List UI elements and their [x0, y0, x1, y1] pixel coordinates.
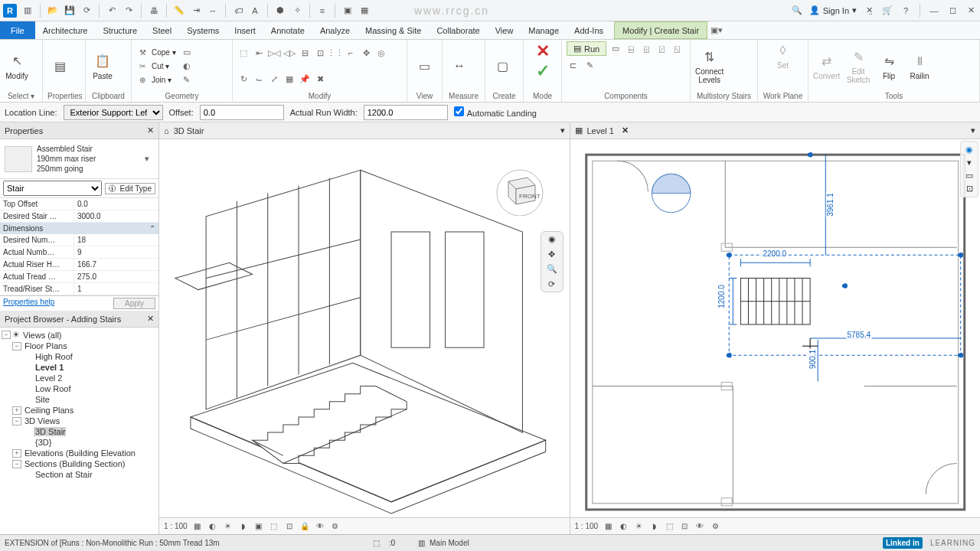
- 3d-icon[interactable]: ⬢: [274, 5, 286, 17]
- nav-zoom-icon[interactable]: ▭: [965, 171, 973, 181]
- properties-button[interactable]: ▤: [47, 57, 72, 75]
- array-icon[interactable]: ⋮⋮: [329, 47, 341, 59]
- apply-button[interactable]: Apply: [113, 298, 155, 309]
- landing-btn-icon[interactable]: ▭: [609, 43, 622, 55]
- plan-nav-bar[interactable]: ◉ ▾ ▭ ⊡: [960, 141, 978, 197]
- ribbon-expand-icon[interactable]: ▣▾: [710, 21, 723, 39]
- style-icon[interactable]: ◐: [618, 521, 629, 532]
- nav2d-icon[interactable]: ◉: [965, 145, 973, 155]
- comp3-icon[interactable]: ⍁: [655, 43, 668, 55]
- cancel-mode-button[interactable]: ✕: [536, 41, 550, 61]
- open-icon[interactable]: 📂: [47, 5, 59, 17]
- exchange-icon[interactable]: ✕̤: [863, 5, 875, 17]
- tree-floorplans[interactable]: Floor Plans: [23, 341, 67, 350]
- group-icon[interactable]: ▦: [283, 73, 296, 85]
- comp1-icon[interactable]: ⌸: [625, 43, 637, 55]
- switch-icon[interactable]: ▦: [358, 5, 371, 17]
- measure-tool-icon[interactable]: ↔: [450, 57, 469, 75]
- view-max-icon[interactable]: ▾: [560, 126, 565, 135]
- tag-icon[interactable]: 🏷: [232, 5, 244, 17]
- close-inactive-icon[interactable]: ▣: [341, 5, 354, 17]
- tree-collapse-icon[interactable]: −: [2, 331, 11, 339]
- crop-icon[interactable]: ⬚: [269, 521, 279, 532]
- sun-icon[interactable]: ☀: [633, 521, 644, 532]
- geom-icon-3[interactable]: ✎: [181, 73, 193, 86]
- comp2-icon[interactable]: ⌹: [640, 43, 652, 55]
- prop-row[interactable]: Top Offset0.0: [0, 198, 158, 210]
- properties-close-icon[interactable]: ✕: [147, 126, 154, 135]
- canvas-3d[interactable]: FRONT ◉ ✥ 🔍 ⟳: [159, 139, 570, 517]
- dim-ext[interactable]: 5785.4: [846, 331, 873, 339]
- group-select[interactable]: Select ▾: [5, 90, 38, 102]
- scale-label[interactable]: 1 : 100: [575, 522, 599, 530]
- sketch-icon[interactable]: ✎: [583, 59, 596, 71]
- tab-analyze[interactable]: Analyze: [312, 21, 358, 39]
- tree-collapse-icon[interactable]: −: [12, 417, 21, 425]
- tree-sections[interactable]: Sections (Building Section): [23, 459, 125, 468]
- tab-collaborate[interactable]: Collaborate: [429, 21, 487, 39]
- print-icon[interactable]: 🖶: [148, 5, 160, 17]
- shadow-icon[interactable]: ◗: [648, 521, 659, 532]
- category-filter[interactable]: Stair: [3, 181, 102, 196]
- status-icon-1[interactable]: ⬚: [373, 539, 380, 547]
- tab-architecture[interactable]: Architecture: [35, 21, 96, 39]
- run-button[interactable]: ▤Run: [567, 41, 606, 56]
- view-icon[interactable]: ▭: [415, 57, 433, 75]
- cut-button[interactable]: ✂Cut ▾: [136, 60, 176, 72]
- search-icon[interactable]: 🔍: [791, 5, 803, 17]
- tree-fp-item[interactable]: Site: [34, 395, 50, 404]
- tree-collapse-icon[interactable]: −: [12, 342, 21, 350]
- create-icon[interactable]: ▢: [493, 57, 511, 75]
- redo-icon[interactable]: ↷: [122, 5, 135, 17]
- canvas-plan[interactable]: 2200.0 1200.0 5785.4 3961.1 900.1 ◉ ▾ ▭ …: [570, 139, 981, 517]
- edit-type-button[interactable]: 🛈Edit Type: [105, 183, 155, 194]
- pin-icon[interactable]: 📌: [299, 73, 311, 85]
- text-icon[interactable]: A: [249, 5, 261, 17]
- rotate-icon[interactable]: ↻: [237, 73, 250, 85]
- viewcube[interactable]: FRONT: [493, 162, 547, 216]
- view-plan-close-icon[interactable]: ✕: [622, 126, 629, 135]
- geom-icon-2[interactable]: ◐: [181, 60, 193, 72]
- offset-icon[interactable]: ◎: [375, 47, 387, 59]
- support-icon[interactable]: ⊏: [567, 59, 579, 71]
- undo-icon[interactable]: ↶: [106, 5, 118, 17]
- dim-side[interactable]: 3961.1: [825, 191, 834, 218]
- lock-icon[interactable]: 🔒: [299, 521, 310, 532]
- sync-icon[interactable]: ⟳: [80, 5, 93, 17]
- tree-section-item[interactable]: Section at Stair: [34, 470, 93, 479]
- tab-file[interactable]: File: [0, 21, 35, 39]
- status-model[interactable]: Main Model: [430, 539, 469, 547]
- width-input[interactable]: [364, 105, 448, 120]
- detail-icon[interactable]: ▦: [192, 521, 203, 532]
- align-tool-icon[interactable]: ⇤: [253, 47, 265, 59]
- dim-width[interactable]: 2200.0: [762, 249, 789, 258]
- tree-fp-item[interactable]: Level 1: [34, 363, 64, 372]
- cope-button[interactable]: ⚒Cope ▾: [136, 46, 176, 58]
- steering-icon[interactable]: ◉: [548, 234, 556, 244]
- prop-row[interactable]: Desired Stair …3000.0: [0, 210, 158, 223]
- tree-expand-icon[interactable]: +: [12, 449, 21, 458]
- scale-label[interactable]: 1 : 100: [164, 522, 188, 530]
- tree-fp-item[interactable]: Level 2: [34, 373, 62, 383]
- prop-row[interactable]: Tread/Riser St…1: [0, 283, 158, 295]
- tree-fp-item[interactable]: High Roof: [34, 352, 73, 361]
- trim2-icon[interactable]: ⌙: [253, 73, 265, 85]
- mirror2-icon[interactable]: ◁▷: [283, 47, 296, 59]
- activate-icon[interactable]: ⬚: [237, 47, 250, 59]
- tree-ceiling[interactable]: Ceiling Plans: [23, 406, 74, 415]
- prop-row[interactable]: Actual Tread …275.0: [0, 271, 158, 283]
- tree-3d-item[interactable]: {3D}: [34, 438, 51, 447]
- close-icon[interactable]: ✕: [965, 5, 977, 17]
- browser-close-icon[interactable]: ✕: [147, 314, 154, 324]
- tab-annotate[interactable]: Annotate: [263, 21, 312, 39]
- tab-manage[interactable]: Manage: [521, 21, 567, 39]
- help-icon[interactable]: ?: [900, 5, 912, 17]
- splitgap-icon[interactable]: ⊡: [314, 47, 326, 59]
- orbit-icon[interactable]: ⟳: [548, 279, 555, 289]
- tree-elevations[interactable]: Elevations (Building Elevation: [23, 448, 136, 458]
- tree-collapse-icon[interactable]: −: [12, 460, 21, 468]
- prop-row[interactable]: Desired Num…18: [0, 234, 158, 246]
- section-icon[interactable]: ✧: [291, 5, 303, 17]
- modify-tool-button[interactable]: ↖Modify: [5, 52, 29, 80]
- nav-region-icon[interactable]: ⊡: [966, 184, 973, 194]
